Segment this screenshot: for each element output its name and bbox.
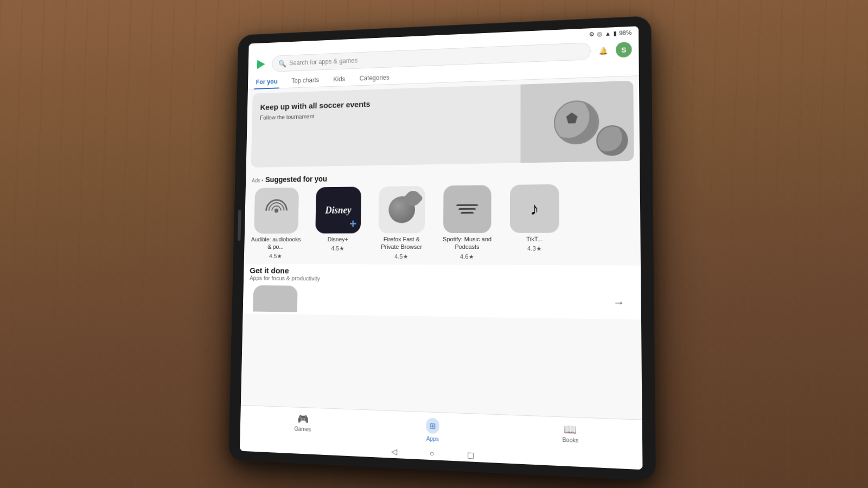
- ads-label: Ads •: [252, 178, 264, 184]
- firefox-rating: 4.5★: [394, 253, 408, 260]
- screen-content: ⚙ ◎ ▲ ▮ 98% 🔍 Search for apps & games: [240, 26, 643, 470]
- battery-percentage: 98%: [619, 29, 631, 36]
- disney-rating: 4.5★: [331, 245, 344, 252]
- bell-icon: 🔔: [599, 46, 608, 55]
- back-button[interactable]: ◁: [391, 447, 397, 456]
- tiktok-icon-symbol: ♪: [530, 198, 539, 219]
- main-content: Keep up with all soccer events Follow th…: [241, 76, 642, 419]
- spotify-rating: 4.6★: [460, 253, 474, 260]
- suggested-section: Ads • Suggested for you: [244, 165, 641, 265]
- app-item-disney[interactable]: Disney + Disney+ 4.5★: [309, 187, 367, 260]
- account-avatar[interactable]: S: [616, 42, 632, 57]
- apps-active-indicator: ⊞: [426, 418, 439, 434]
- firefox-app-icon: [379, 186, 426, 233]
- apps-icon: ⊞: [429, 421, 436, 431]
- tablet-shell: ⚙ ◎ ▲ ▮ 98% 🔍 Search for apps & games: [228, 16, 656, 481]
- tab-for-you[interactable]: For you: [254, 75, 280, 89]
- spotify-app-name: Spotify: Music and Podcasts: [440, 235, 495, 251]
- search-icon: 🔍: [278, 60, 286, 68]
- spotify-app-icon: [443, 185, 492, 233]
- books-icon: 📖: [564, 423, 577, 436]
- apps-row: Audible: audiobooks & po... 4.5★ Disney …: [244, 181, 641, 266]
- tiktok-app-icon: ♪: [510, 184, 559, 233]
- spotify-wave-3: [461, 212, 474, 214]
- play-store-logo[interactable]: [254, 57, 268, 72]
- battery-icon: ▮: [614, 30, 617, 37]
- audible-app-icon: [254, 188, 299, 234]
- audible-waves: [264, 200, 289, 221]
- tiktok-app-name: TikT...: [526, 235, 542, 243]
- soccer-ball-small: [596, 125, 628, 156]
- disney-plus-sign: +: [349, 216, 357, 231]
- app-item-audible[interactable]: Audible: audiobooks & po... 4.5★: [248, 188, 304, 260]
- screen: ⚙ ◎ ▲ ▮ 98% 🔍 Search for apps & games: [240, 26, 643, 470]
- apps-label: Apps: [426, 435, 439, 442]
- home-button[interactable]: ○: [430, 448, 435, 458]
- side-button[interactable]: [238, 210, 241, 241]
- spotify-wave-1: [456, 204, 478, 207]
- audible-rating: 4.5★: [269, 253, 282, 260]
- nav-games[interactable]: 🎮 Games: [240, 409, 367, 441]
- wifi-icon: ▲: [605, 30, 611, 37]
- firefox-app-name: Firefox Fast & Private Browser: [375, 235, 428, 251]
- banner-text-area: Keep up with all soccer events Follow th…: [251, 85, 521, 168]
- tablet-device: ⚙ ◎ ▲ ▮ 98% 🔍 Search for apps & games: [228, 16, 656, 481]
- soccer-pattern: [520, 81, 634, 163]
- disney-app-icon: Disney +: [315, 187, 361, 233]
- get-done-apps-row: →: [249, 281, 634, 317]
- app-item-tiktok[interactable]: ♪ TikT... 4.3★: [504, 184, 566, 261]
- status-icons: ⚙ ◎ ▲ ▮ 98%: [589, 29, 632, 37]
- promotional-banner[interactable]: Keep up with all soccer events Follow th…: [251, 81, 634, 168]
- soccer-ball-large: [554, 100, 599, 145]
- suggested-title: Suggested for you: [265, 175, 327, 184]
- firefox-icon-wrap: [386, 194, 418, 226]
- partial-app-icon[interactable]: [253, 285, 298, 312]
- spotify-icon-wrap: [448, 190, 486, 228]
- recents-button[interactable]: ▢: [467, 450, 474, 459]
- games-icon: 🎮: [297, 413, 308, 426]
- settings-icon: ⚙: [589, 30, 595, 37]
- tab-categories[interactable]: Categories: [358, 70, 392, 85]
- disney-logo-text: Disney: [325, 206, 352, 215]
- search-placeholder-text: Search for apps & games: [289, 57, 358, 67]
- nav-apps[interactable]: ⊞ Apps: [367, 413, 501, 447]
- app-item-firefox[interactable]: Firefox Fast & Private Browser 4.5★: [372, 186, 431, 260]
- spotify-wave-2: [458, 208, 476, 210]
- banner-image: [520, 81, 634, 163]
- books-label: Books: [563, 436, 579, 444]
- games-label: Games: [294, 426, 311, 432]
- audible-app-name: Audible: audiobooks & po...: [251, 235, 301, 251]
- tab-kids[interactable]: Kids: [331, 72, 347, 86]
- app-item-spotify[interactable]: Spotify: Music and Podcasts 4.6★: [437, 185, 497, 260]
- nav-books[interactable]: 📖 Books: [500, 418, 642, 453]
- tab-top-charts[interactable]: Top charts: [289, 73, 321, 88]
- play-triangle-icon: [257, 60, 265, 69]
- notification-button[interactable]: 🔔: [595, 43, 611, 59]
- see-more-arrow[interactable]: →: [613, 296, 629, 309]
- tiktok-rating: 4.3★: [527, 245, 541, 252]
- screen-icon: ◎: [597, 30, 603, 37]
- get-done-section: Get it done Apps for focus & productivit…: [243, 264, 641, 319]
- disney-app-name: Disney+: [328, 235, 348, 243]
